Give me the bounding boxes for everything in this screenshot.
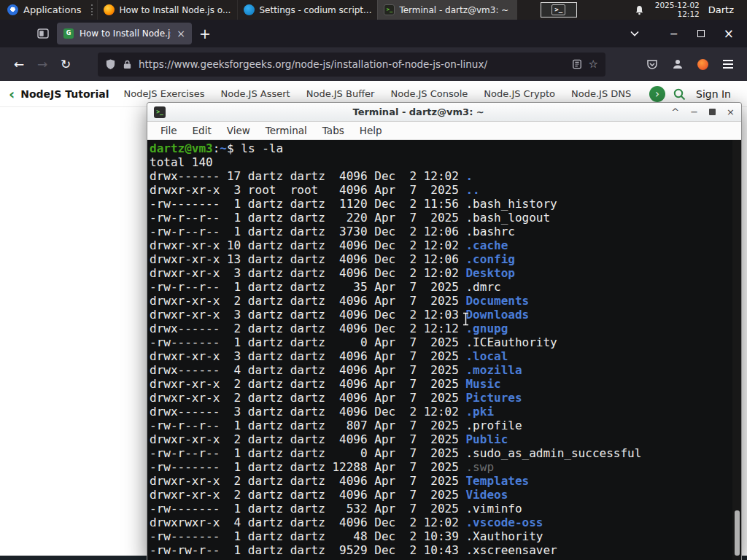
- terminal-line: -rw------- 1 dartz dartz 532 Apr 7 2025 …: [150, 502, 731, 516]
- terminal-minimize-button[interactable]: −: [690, 107, 698, 117]
- applications-menu[interactable]: Applications: [0, 0, 88, 20]
- terminal-line: drwxr-xr-x 3 dartz dartz 4096 Apr 7 2025…: [150, 349, 731, 363]
- terminal-line: drwxr-xr-x 2 dartz dartz 4096 Apr 7 2025…: [150, 474, 731, 488]
- reload-button[interactable]: ↻: [54, 52, 77, 76]
- terminal-line: -rw-r--r-- 1 dartz dartz 807 Apr 7 2025 …: [150, 419, 731, 432]
- terminal-title: Terminal - dartz@vm3: ~: [166, 106, 671, 117]
- taskbar-item[interactable]: >_Terminal - dartz@vm3: ~: [377, 0, 517, 20]
- taskbar-item[interactable]: Settings - codium script...: [237, 0, 377, 20]
- tray-terminal-icon[interactable]: >_: [541, 2, 577, 18]
- terminal-menu-item[interactable]: Terminal: [266, 125, 307, 136]
- terminal-glyph: >_: [551, 4, 565, 15]
- taskbar-item-title: How to Install Node.js o...: [119, 5, 231, 15]
- site-nav-item[interactable]: Node.JS Console: [390, 88, 468, 99]
- terminal-menu-item[interactable]: View: [227, 125, 250, 136]
- site-nav-items: NodeJS ExercisesNode.JS AssertNode.JS Bu…: [124, 88, 642, 99]
- terminal-line: -rw-r--r-- 1 dartz dartz 35 Apr 7 2025 .…: [150, 280, 731, 294]
- terminal-icon: >_: [384, 4, 395, 15]
- terminal-titlebar[interactable]: >_ Terminal - dartz@vm3: ~ ^ − ×: [147, 103, 741, 122]
- window-maximize-button[interactable]: [697, 30, 705, 37]
- terminal-line: drwx------ 2 dartz dartz 4096 Dec 2 12:1…: [150, 322, 731, 335]
- terminal-line: drwxr-xr-x 2 dartz dartz 4096 Apr 7 2025…: [150, 391, 731, 405]
- terminal-line: drwx------ 3 dartz dartz 4096 Dec 2 12:0…: [150, 405, 731, 419]
- terminal-menu-item[interactable]: Help: [360, 125, 382, 136]
- nav-scroll-left-icon[interactable]: ‹: [9, 85, 15, 103]
- terminal-line: -rw------- 1 dartz dartz 48 Dec 2 10:39 …: [150, 529, 731, 543]
- terminal-total-line: total 140: [150, 155, 731, 169]
- applications-label: Applications: [23, 4, 81, 15]
- menu-hamburger-icon[interactable]: [722, 59, 734, 69]
- terminal-line: -rw------- 1 dartz dartz 1120 Dec 2 11:5…: [150, 197, 731, 211]
- terminal-window: >_ Terminal - dartz@vm3: ~ ^ − × FileEdi…: [147, 102, 742, 560]
- terminal-menubar: FileEditViewTerminalTabsHelp: [147, 122, 741, 140]
- terminal-maximize-button[interactable]: [709, 109, 716, 115]
- nav-scroll-right-icon[interactable]: ›: [649, 86, 665, 102]
- list-all-tabs-icon[interactable]: [630, 31, 639, 36]
- window-close-button[interactable]: ×: [724, 26, 734, 41]
- site-nav-item[interactable]: Node.JS Assert: [221, 88, 290, 99]
- scrollbar-thumb[interactable]: [735, 510, 740, 556]
- applications-icon: [7, 4, 18, 15]
- account-icon[interactable]: [672, 58, 684, 70]
- terminal-line: drwx------ 4 dartz dartz 4096 Apr 7 2025…: [150, 363, 731, 377]
- firefox-view-icon[interactable]: [34, 24, 53, 43]
- taskbar-item-title: Settings - codium script...: [259, 5, 371, 15]
- terminal-output: dartz@vm3:~$ ls -latotal 140drwx------ 1…: [150, 141, 731, 557]
- sign-in-button[interactable]: Sign In: [696, 88, 731, 100]
- terminal-line: drwxr-xr-x 3 root root 4096 Apr 7 2025 .…: [150, 183, 731, 197]
- lock-icon[interactable]: [123, 59, 132, 70]
- terminal-shade-button[interactable]: ^: [671, 107, 679, 117]
- codium-icon: [244, 4, 255, 15]
- terminal-menu-item[interactable]: File: [160, 125, 177, 136]
- back-button[interactable]: ←: [7, 52, 31, 76]
- extension-icon[interactable]: [697, 59, 708, 70]
- site-nav-item[interactable]: Node.JS Crypto: [484, 88, 555, 99]
- terminal-line: drwxr-xr-x 3 dartz dartz 4096 Dec 2 12:0…: [150, 266, 731, 280]
- search-icon[interactable]: [673, 88, 686, 101]
- url-bar[interactable]: https://www.geeksforgeeks.org/node-js/in…: [98, 52, 605, 77]
- panel-user-label: Dartz: [708, 4, 734, 15]
- forward-button[interactable]: →: [31, 52, 54, 76]
- terminal-prompt-line: dartz@vm3:~$ ls -la: [150, 141, 731, 155]
- terminal-line: -rw-r--r-- 1 dartz dartz 0 Apr 7 2025 .s…: [150, 446, 731, 460]
- browser-window-controls: − ×: [670, 26, 734, 41]
- taskbar-item-title: Terminal - dartz@vm3: ~: [399, 5, 508, 15]
- terminal-menu-item[interactable]: Edit: [193, 125, 212, 136]
- terminal-line: -rw------- 1 dartz dartz 12288 Apr 7 202…: [150, 460, 731, 474]
- geeksforgeeks-favicon: G: [63, 28, 74, 39]
- new-tab-button[interactable]: +: [199, 26, 211, 42]
- site-nav-item[interactable]: Node.JS Buffer: [306, 88, 375, 99]
- reader-view-icon[interactable]: [572, 59, 582, 69]
- terminal-line: drwxr-xr-x 13 dartz dartz 4096 Dec 2 12:…: [150, 252, 731, 266]
- notification-bell-icon[interactable]: [634, 4, 645, 16]
- url-text: https://www.geeksforgeeks.org/node-js/in…: [139, 58, 565, 70]
- terminal-line: drwxr-xr-x 3 dartz dartz 4096 Dec 2 12:0…: [150, 308, 731, 322]
- taskbar-item[interactable]: How to Install Node.js o...: [97, 0, 237, 20]
- pocket-icon[interactable]: [646, 58, 658, 70]
- terminal-line: -rw-r--r-- 1 dartz dartz 3730 Dec 2 12:0…: [150, 225, 731, 238]
- window-minimize-button[interactable]: −: [670, 28, 678, 39]
- terminal-scrollbar[interactable]: [732, 140, 741, 560]
- site-nav-item[interactable]: Node.JS DNS: [571, 88, 631, 99]
- site-nav-item[interactable]: NodeJS Exercises: [124, 88, 205, 99]
- terminal-close-button[interactable]: ×: [727, 107, 735, 117]
- bookmark-star-icon[interactable]: ☆: [589, 58, 598, 71]
- firefox-icon: [104, 4, 115, 15]
- terminal-line: drwxr-xr-x 2 dartz dartz 4096 Apr 7 2025…: [150, 377, 731, 391]
- top-panel: Applications How to Install Node.js o...…: [0, 0, 747, 20]
- terminal-menu-item[interactable]: Tabs: [322, 125, 344, 136]
- panel-clock[interactable]: 2025-12-02 12:12: [655, 1, 700, 18]
- terminal-line: drwxr-xr-x 2 dartz dartz 4096 Apr 7 2025…: [150, 294, 731, 308]
- terminal-body[interactable]: dartz@vm3:~$ ls -latotal 140drwx------ 1…: [147, 140, 741, 560]
- browser-tabbar: G How to Install Node.js on × + − ×: [0, 20, 747, 47]
- tracking-shield-icon[interactable]: [105, 58, 116, 70]
- terminal-line: drwxr-xr-x 10 dartz dartz 4096 Dec 2 12:…: [150, 238, 731, 252]
- taskbar: How to Install Node.js o...Settings - co…: [97, 0, 517, 20]
- terminal-app-icon: >_: [154, 106, 166, 118]
- browser-tab[interactable]: G How to Install Node.js on ×: [57, 23, 192, 44]
- tab-close-icon[interactable]: ×: [177, 28, 185, 39]
- terminal-line: drwxrwxr-x 4 dartz dartz 4096 Dec 2 12:0…: [150, 516, 731, 529]
- terminal-line: -rw-r--r-- 1 dartz dartz 220 Apr 7 2025 …: [150, 211, 731, 225]
- terminal-line: drwxr-xr-x 2 dartz dartz 4096 Apr 7 2025…: [150, 488, 731, 502]
- site-nav-primary[interactable]: NodeJS Tutorial: [20, 88, 109, 100]
